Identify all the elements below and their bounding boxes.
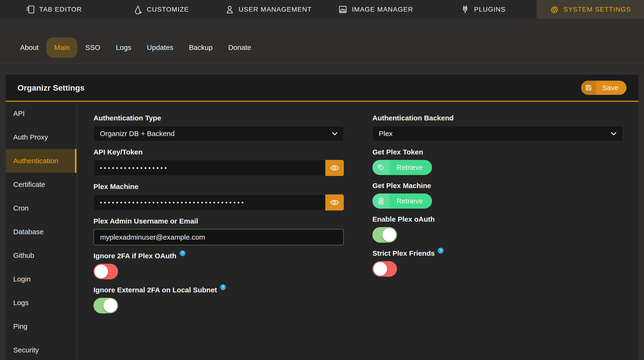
nav-tab-editor[interactable]: TAB EDITOR (0, 0, 108, 19)
subnav-label: Updates (147, 44, 174, 52)
sidebar-item-api[interactable]: API (6, 102, 76, 125)
label-text: Authentication Type (94, 114, 161, 122)
ignore-2fa-oauth-toggle[interactable] (94, 264, 118, 279)
reveal-api-key-button[interactable] (325, 160, 344, 176)
get-plex-machine-group: Get Plex Machine Retrieve (372, 182, 623, 208)
auth-backend-select[interactable]: Plex (372, 126, 623, 142)
strict-plex-friends-label: Strict Plex Friends ? (372, 249, 623, 257)
plex-admin-input[interactable] (94, 229, 344, 245)
tag-icon (372, 160, 390, 175)
label-text: Ignore External 2FA on Local Subnet (94, 286, 217, 294)
organizr-settings-panel: Organizr Settings Save API Auth Proxy Au… (6, 75, 638, 360)
sidebar-item-label: Login (13, 275, 30, 283)
nav-label: IMAGE MANAGER (352, 6, 413, 13)
nav-label: USER MANAGEMENT (239, 6, 312, 13)
ignore-external-2fa-label: Ignore External 2FA on Local Subnet ? (94, 286, 344, 294)
strict-plex-friends-toggle[interactable] (372, 261, 397, 277)
plex-machine-group: Plex Machine (94, 182, 344, 210)
ignore-2fa-oauth-group: Ignore 2FA if Plex OAuth ? (94, 252, 344, 279)
subnav-label: Logs (116, 44, 131, 52)
subnav-donate[interactable]: Donate (220, 37, 259, 58)
subnav-backup[interactable]: Backup (181, 37, 220, 58)
plex-admin-label: Plex Admin Username or Email (94, 217, 344, 225)
nav-customize[interactable]: CUSTOMIZE (108, 0, 215, 19)
toggle-knob (382, 228, 396, 242)
chevron-down-icon (611, 132, 616, 135)
subnav-updates[interactable]: Updates (139, 37, 181, 58)
api-key-label: API Key/Token (94, 148, 344, 156)
sidebar-item-cron[interactable]: Cron (6, 196, 76, 220)
strict-plex-friends-group: Strict Plex Friends ? (372, 249, 623, 277)
ignore-external-2fa-toggle[interactable] (94, 298, 118, 314)
panel-header: Organizr Settings Save (6, 75, 638, 102)
save-button-label: Save (596, 81, 626, 95)
settings-sub-navigation: About Main SSO Logs Updates Backup Donat… (0, 32, 644, 63)
label-text: Strict Plex Friends (372, 249, 434, 257)
plex-admin-group: Plex Admin Username or Email (94, 217, 344, 245)
label-text: Ignore 2FA if Plex OAuth (94, 252, 176, 260)
select-value: Organizr DB + Backend (100, 130, 174, 138)
help-icon[interactable]: ? (220, 284, 226, 290)
retrieve-plex-token-button[interactable]: Retrieve (372, 160, 432, 175)
image-icon (338, 5, 348, 14)
plex-machine-row (94, 194, 344, 210)
label-text: Enable Plex oAuth (372, 215, 434, 223)
settings-sidebar: API Auth Proxy Authentication Certificat… (6, 102, 77, 360)
sidebar-item-ping[interactable]: Ping (6, 314, 76, 338)
plex-machine-label: Plex Machine (94, 182, 344, 191)
subnav-label: SSO (85, 44, 100, 52)
toggle-knob (94, 265, 108, 278)
sidebar-item-label: API (13, 110, 24, 118)
nav-user-management[interactable]: USER MANAGEMENT (214, 0, 322, 19)
auth-type-label: Authentication Type (94, 114, 344, 122)
get-plex-machine-label: Get Plex Machine (372, 182, 623, 190)
help-icon[interactable]: ? (180, 250, 186, 256)
auth-type-select[interactable]: Organizr DB + Backend (94, 126, 344, 142)
sidebar-item-database[interactable]: Database (6, 220, 76, 244)
sidebar-item-auth-proxy[interactable]: Auth Proxy (6, 125, 76, 149)
form-column-right: Authentication Backend Plex Get Plex Tok… (372, 114, 623, 360)
select-value: Plex (379, 130, 392, 138)
subnav-main[interactable]: Main (46, 37, 77, 58)
subnav-label: About (20, 44, 38, 52)
authentication-settings-form: Authentication Type Organizr DB + Backen… (77, 102, 638, 360)
label-text: Plex Admin Username or Email (94, 217, 198, 225)
subnav-about[interactable]: About (12, 37, 46, 58)
subnav-logs[interactable]: Logs (108, 37, 139, 58)
sidebar-item-label: Security (13, 346, 39, 354)
sidebar-item-github[interactable]: Github (6, 244, 76, 267)
sidebar-item-certificate[interactable]: Certificate (6, 173, 76, 196)
sidebar-item-security[interactable]: Security (6, 338, 76, 360)
api-key-input[interactable] (94, 160, 325, 176)
api-key-row (94, 160, 344, 176)
retrieve-plex-machine-button[interactable]: Retrieve (372, 194, 432, 208)
label-text: Authentication Backend (372, 114, 454, 122)
sidebar-item-authentication[interactable]: Authentication (6, 149, 76, 173)
help-icon[interactable]: ? (438, 248, 444, 254)
sidebar-item-logs[interactable]: Logs (6, 291, 76, 314)
reveal-plex-machine-button[interactable] (325, 194, 344, 210)
tab-editor-icon (26, 5, 35, 14)
save-button[interactable]: Save (581, 81, 626, 95)
label-text: API Key/Token (94, 148, 143, 156)
nav-label: PLUGINS (474, 6, 506, 13)
nav-image-manager[interactable]: IMAGE MANAGER (322, 0, 430, 19)
ignore-external-2fa-group: Ignore External 2FA on Local Subnet ? (94, 286, 344, 314)
eye-icon (330, 163, 340, 173)
get-plex-token-label: Get Plex Token (372, 148, 623, 156)
enable-plex-oauth-toggle[interactable] (372, 227, 397, 243)
plug-icon (460, 5, 470, 14)
sidebar-item-label: Authentication (13, 157, 58, 165)
nav-plugins[interactable]: PLUGINS (430, 0, 537, 19)
subnav-sso[interactable]: SSO (77, 37, 108, 58)
page-title: Organizr Settings (18, 83, 84, 92)
subnav-label: Backup (189, 44, 213, 52)
sidebar-item-label: Cron (13, 204, 29, 212)
gear-icon (550, 5, 559, 14)
plex-machine-input[interactable] (94, 194, 325, 210)
sidebar-item-login[interactable]: Login (6, 267, 76, 291)
customize-icon (133, 5, 143, 14)
nav-system-settings[interactable]: SYSTEM SETTINGS (536, 0, 644, 19)
label-text: Get Plex Machine (372, 182, 431, 190)
auth-backend-label: Authentication Backend (372, 114, 623, 122)
